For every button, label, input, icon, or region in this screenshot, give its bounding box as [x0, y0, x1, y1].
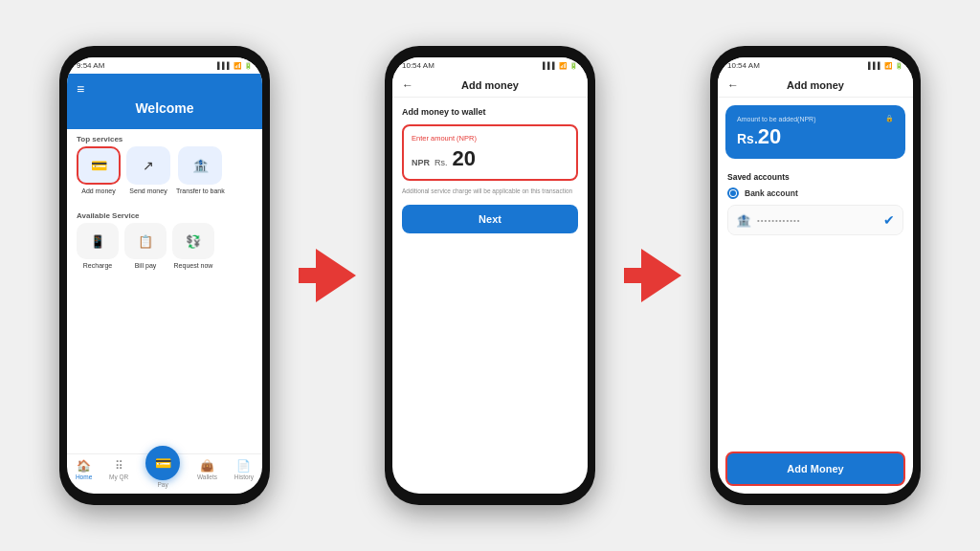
- bill-pay-icon: 📋: [138, 234, 153, 249]
- bank-account-label: Bank account: [745, 188, 798, 198]
- service-add-money[interactable]: 💳 Add money: [77, 146, 121, 194]
- rs-prefix: Rs.: [434, 158, 448, 167]
- bank-icon: 🏦: [736, 213, 751, 228]
- wallets-icon: 👜: [200, 459, 214, 473]
- back-button-2[interactable]: ←: [402, 78, 413, 92]
- bank-account-type-row: Bank account: [727, 187, 903, 199]
- status-bar-2: 10:54 AM ▌▌▌ 📶 🔋: [392, 57, 588, 74]
- amount-input-box[interactable]: Enter amount (NPR) NPR Rs. 20: [402, 124, 578, 181]
- banner-label-text: Amount to be added(NPR): [737, 116, 816, 122]
- radio-inner: [730, 190, 736, 196]
- bill-pay-icon-box: 📋: [124, 223, 167, 259]
- send-money-label: Send money: [129, 187, 167, 194]
- add-money-button[interactable]: Add Money: [725, 452, 905, 486]
- recharge-icon: 📱: [90, 234, 105, 249]
- back-button-3[interactable]: ←: [727, 78, 739, 92]
- request-icon: 💱: [186, 234, 201, 249]
- avail-bill-pay[interactable]: 📋 Bill pay: [124, 223, 167, 269]
- phone-3: 10:54 AM ▌▌▌ 📶 🔋 ← Add money Amount to b…: [710, 46, 921, 505]
- status-icons-1: ▌▌▌ 📶 🔋: [217, 62, 253, 70]
- available-section: Available Service 📱 Recharge 📋 Bill pay: [67, 202, 262, 273]
- phone1-content: Top services 💳 Add money ↗ Send money: [67, 129, 262, 453]
- status-icons-3: ▌▌▌ 📶 🔋: [868, 62, 903, 70]
- phone-3-screen: 10:54 AM ▌▌▌ 📶 🔋 ← Add money Amount to b…: [718, 57, 913, 494]
- service-transfer-bank[interactable]: 🏦 Transfer to bank: [176, 146, 225, 194]
- arrow-2-body: [624, 268, 643, 283]
- time-1: 9:54 AM: [77, 61, 104, 70]
- banner-rs-prefix: Rs.: [737, 131, 758, 146]
- nav-history-label: History: [234, 474, 254, 480]
- banner-amount: Rs.20: [737, 124, 894, 149]
- nav-pay[interactable]: 💳 Pay: [145, 459, 180, 488]
- arrow-1-head: [316, 249, 356, 302]
- npr-label: NPR: [412, 158, 430, 167]
- avail-request[interactable]: 💱 Request now: [172, 223, 214, 269]
- next-button[interactable]: Next: [402, 205, 578, 233]
- phone1-header: ≡ Welcome: [67, 74, 262, 129]
- time-3: 10:54 AM: [727, 61, 760, 70]
- nav-pay-label: Pay: [158, 481, 168, 488]
- transfer-bank-icon-box: 🏦: [178, 146, 222, 185]
- add-money-subtitle: Add money to wallet: [402, 107, 578, 117]
- transfer-bank-label: Transfer to bank: [176, 187, 225, 194]
- request-label: Request now: [174, 262, 213, 269]
- recharge-icon-box: 📱: [77, 223, 119, 259]
- add-money-icon-box: 💳: [77, 146, 121, 185]
- nav-wallets[interactable]: 👜 Wallets: [197, 459, 217, 488]
- service-charge-text: Additional service charge will be applic…: [402, 187, 578, 195]
- arrow-2: [624, 249, 681, 302]
- welcome-title: Welcome: [77, 100, 253, 116]
- phone-2: 10:54 AM ▌▌▌ 📶 🔋 ← Add money Add money t…: [385, 46, 595, 505]
- nav-home[interactable]: 🏠 Home: [76, 459, 92, 488]
- check-icon: ✔: [883, 212, 895, 228]
- nav-myqr[interactable]: ⠿ My QR: [109, 459, 128, 488]
- service-send-money[interactable]: ↗ Send money: [126, 146, 170, 194]
- bank-account-item[interactable]: 🏦 •••••••••••• ✔: [727, 205, 903, 235]
- phone3-title: Add money: [787, 79, 844, 91]
- pay-icon: 💳: [155, 455, 171, 471]
- available-label: Available Service: [67, 206, 262, 223]
- add-money-icon: 💳: [91, 158, 107, 173]
- input-label: Enter amount (NPR): [412, 134, 568, 143]
- history-icon: 📄: [236, 459, 251, 473]
- request-icon-box: 💱: [172, 223, 214, 259]
- banner-label: Amount to be added(NPR) 🔒: [737, 115, 894, 122]
- top-services-label: Top services: [67, 129, 262, 146]
- myqr-icon: ⠿: [115, 459, 123, 473]
- status-bar-3: 10:54 AM ▌▌▌ 📶 🔋: [718, 57, 913, 74]
- amount-row: NPR Rs. 20: [412, 146, 568, 171]
- add-money-label: Add money: [81, 187, 115, 194]
- saved-accounts-section: Saved accounts Bank account 🏦 ••••••••••…: [718, 166, 913, 444]
- phone-1: 9:54 AM ▌▌▌ 📶 🔋 ≡ Welcome Top services 💳…: [59, 46, 270, 505]
- amount-display: 20: [453, 146, 476, 171]
- phone2-title: Add money: [461, 79, 519, 91]
- arrow-1-body: [299, 268, 318, 283]
- top-services-grid: 💳 Add money ↗ Send money 🏦 Transfer to b…: [67, 146, 262, 202]
- phone3-bottom: Add Money: [718, 444, 913, 494]
- phone3-content: Amount to be added(NPR) 🔒 Rs.20 Saved ac…: [718, 98, 913, 494]
- lock-icon: 🔒: [885, 115, 894, 122]
- phone2-header: ← Add money: [392, 74, 588, 98]
- hamburger-icon[interactable]: ≡: [77, 81, 253, 97]
- arrow-2-head: [641, 249, 681, 302]
- phone-1-screen: 9:54 AM ▌▌▌ 📶 🔋 ≡ Welcome Top services 💳…: [67, 57, 262, 494]
- bottom-nav: 🏠 Home ⠿ My QR 💳 Pay 👜 Wallets 📄 History: [67, 453, 262, 494]
- nav-history[interactable]: 📄 History: [234, 459, 254, 488]
- account-number-dots: ••••••••••••: [757, 216, 878, 225]
- saved-accounts-title: Saved accounts: [727, 172, 903, 182]
- banner-amount-value: 20: [758, 124, 781, 148]
- home-icon: 🏠: [77, 459, 91, 473]
- recharge-label: Recharge: [83, 262, 112, 269]
- phone2-content: Add money to wallet Enter amount (NPR) N…: [392, 98, 588, 494]
- pay-button[interactable]: 💳: [145, 446, 180, 480]
- nav-myqr-label: My QR: [109, 474, 128, 480]
- amount-banner: Amount to be added(NPR) 🔒 Rs.20: [725, 105, 905, 159]
- send-money-icon-box: ↗: [126, 146, 170, 185]
- transfer-bank-icon: 🏦: [192, 158, 209, 173]
- nav-wallets-label: Wallets: [197, 474, 217, 480]
- avail-recharge[interactable]: 📱 Recharge: [77, 223, 119, 269]
- status-icons-2: ▌▌▌ 📶 🔋: [543, 62, 578, 70]
- phone-2-screen: 10:54 AM ▌▌▌ 📶 🔋 ← Add money Add money t…: [392, 57, 588, 494]
- status-bar-1: 9:54 AM ▌▌▌ 📶 🔋: [67, 57, 262, 74]
- radio-button[interactable]: [727, 187, 739, 199]
